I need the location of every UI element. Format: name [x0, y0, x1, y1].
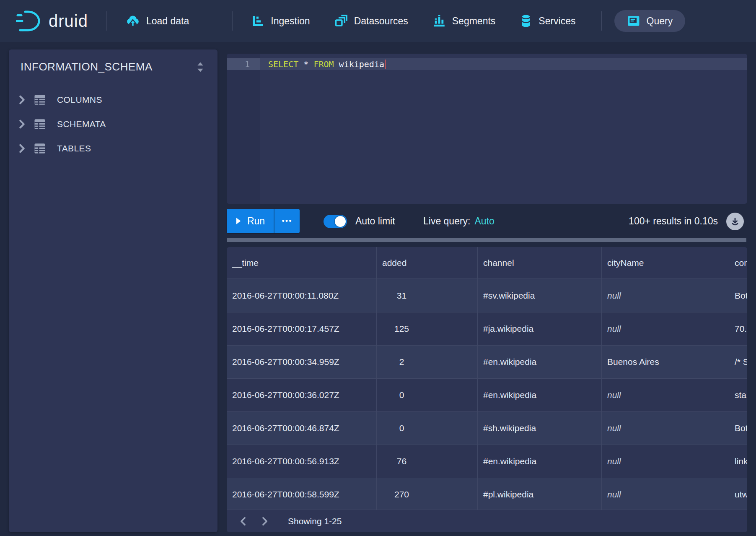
nav-item-load-data[interactable]: Load data [126, 14, 189, 28]
sql-keyword: SELECT [268, 59, 298, 69]
live-query-value[interactable]: Auto [475, 216, 495, 227]
nav-item-label: Services [539, 16, 575, 27]
load-data-icon [126, 14, 140, 28]
cell-channel[interactable]: #ja.wikipedia [478, 312, 602, 346]
table-row: 2016-06-27T00:00:11.080Z31#sv.wikipedian… [227, 279, 747, 312]
druid-logo-icon [16, 10, 43, 32]
cell-channel[interactable]: #en.wikipedia [478, 445, 602, 478]
cell-time[interactable]: 2016-06-27T00:00:17.457Z [227, 312, 377, 346]
druid-logo[interactable]: druid [16, 10, 88, 32]
column-header-cityname[interactable]: cityName [602, 247, 729, 278]
table-row: 2016-06-27T00:00:17.457Z125#ja.wikipedia… [227, 312, 747, 346]
cell-added[interactable]: 0 [377, 412, 478, 445]
tree-item-columns[interactable]: COLUMNS [9, 88, 217, 112]
results-panel: __time added channel cityName comment 20… [227, 247, 747, 532]
tree-item-label: TABLES [57, 143, 91, 154]
cell-added[interactable]: 2 [377, 346, 478, 379]
cell-comment[interactable]: link [729, 445, 747, 478]
live-query-label: Live query: [423, 216, 471, 227]
cell-cityname[interactable]: null [602, 412, 729, 445]
column-header-time[interactable]: __time [227, 247, 377, 278]
tree-item-schemata[interactable]: SCHEMATA [9, 112, 217, 136]
nav-divider [106, 11, 107, 31]
editor-gutter [227, 54, 260, 204]
cell-cityname[interactable]: null [602, 445, 729, 478]
cell-channel[interactable]: #sv.wikipedia [478, 279, 602, 312]
table-icon [34, 94, 46, 106]
table-icon [34, 118, 46, 130]
cell-comment[interactable]: /* S [729, 346, 747, 379]
brand-name: druid [49, 12, 88, 31]
previous-page-button[interactable] [236, 514, 250, 528]
ellipsis-icon: ••• [282, 217, 293, 226]
next-page-button[interactable] [258, 514, 272, 528]
cell-comment[interactable]: Bot [729, 279, 747, 312]
column-header-comment[interactable]: comment [729, 247, 747, 278]
sql-identifier: wikipedia [334, 59, 384, 69]
run-button[interactable]: Run [227, 209, 274, 233]
column-header-channel[interactable]: channel [478, 247, 602, 278]
datasources-icon [334, 14, 348, 28]
chevron-right-icon [19, 144, 25, 153]
cell-added[interactable]: 0 [377, 379, 478, 412]
chevron-right-icon [19, 120, 25, 129]
sql-code[interactable]: SELECT * FROM wikipedia [268, 58, 386, 70]
cell-comment[interactable]: Bot [729, 412, 747, 445]
editor-line-1[interactable]: 1 SELECT * FROM wikipedia [227, 58, 747, 70]
sql-editor[interactable]: 1 SELECT * FROM wikipedia [227, 54, 747, 204]
schema-title: INFORMATION_SCHEMA [21, 60, 153, 73]
nav-item-ingestion[interactable]: Ingestion [251, 14, 310, 28]
cell-added[interactable]: 76 [377, 445, 478, 478]
cell-cityname[interactable]: null [602, 379, 729, 412]
sql-operator: * [298, 59, 313, 69]
cell-time[interactable]: 2016-06-27T00:00:36.027Z [227, 379, 377, 412]
cell-cityname[interactable]: null [602, 478, 729, 510]
cell-time[interactable]: 2016-06-27T00:00:34.959Z [227, 346, 377, 379]
tree-item-label: SCHEMATA [57, 119, 106, 129]
query-icon [627, 15, 640, 27]
segments-icon [432, 14, 446, 28]
nav-item-query-active[interactable]: Query [614, 10, 686, 32]
nav-item-datasources[interactable]: Datasources [334, 14, 408, 28]
cell-channel[interactable]: #pl.wikipedia [478, 478, 602, 510]
cell-time[interactable]: 2016-06-27T00:00:56.913Z [227, 445, 377, 478]
column-header-added[interactable]: added [377, 247, 478, 278]
schema-selector[interactable]: INFORMATION_SCHEMA [9, 49, 217, 73]
nav-item-label: Query [647, 16, 673, 27]
cell-time[interactable]: 2016-06-27T00:00:46.874Z [227, 412, 377, 445]
results-table-header: __time added channel cityName comment [227, 247, 747, 279]
cell-comment[interactable]: 70. [729, 312, 747, 346]
cell-time[interactable]: 2016-06-27T00:00:58.599Z [227, 478, 377, 510]
cell-added[interactable]: 125 [377, 312, 478, 346]
table-row: 2016-06-27T00:00:56.913Z76#en.wikipedian… [227, 445, 747, 478]
nav-divider [601, 11, 602, 31]
nav-item-segments[interactable]: Segments [432, 14, 496, 28]
top-nav: druid Load data Ingestion [0, 0, 756, 42]
cell-added[interactable]: 31 [377, 279, 478, 312]
cell-channel[interactable]: #en.wikipedia [478, 379, 602, 412]
cell-added[interactable]: 270 [377, 478, 478, 510]
cell-comment[interactable]: utw [729, 478, 747, 510]
cell-time[interactable]: 2016-06-27T00:00:11.080Z [227, 279, 377, 312]
table-icon [34, 143, 46, 154]
run-button-label: Run [247, 216, 265, 227]
more-options-button[interactable]: ••• [274, 209, 300, 233]
horizontal-scrollbar-thumb[interactable] [227, 238, 746, 242]
cell-cityname[interactable]: Buenos Aires [602, 346, 729, 379]
cell-channel[interactable]: #sh.wikipedia [478, 412, 602, 445]
cell-cityname[interactable]: null [602, 312, 729, 346]
showing-range-text: Showing 1-25 [288, 516, 342, 526]
cell-cityname[interactable]: null [602, 279, 729, 312]
cell-comment[interactable]: sta [729, 379, 747, 412]
nav-item-label: Ingestion [271, 16, 310, 27]
auto-limit-label[interactable]: Auto limit [355, 204, 395, 238]
results-table-body: 2016-06-27T00:00:11.080Z31#sv.wikipedian… [227, 279, 747, 510]
nav-item-services[interactable]: Services [520, 14, 575, 28]
table-row: 2016-06-27T00:00:46.874Z0#sh.wikipedianu… [227, 412, 747, 445]
tree-item-tables[interactable]: TABLES [9, 136, 217, 161]
download-results-button[interactable] [726, 213, 744, 230]
schema-sidebar: INFORMATION_SCHEMA COLUMNS [9, 49, 217, 532]
table-row: 2016-06-27T00:00:58.599Z270#pl.wikipedia… [227, 478, 747, 510]
auto-limit-toggle[interactable] [324, 215, 347, 228]
cell-channel[interactable]: #en.wikipedia [478, 346, 602, 379]
